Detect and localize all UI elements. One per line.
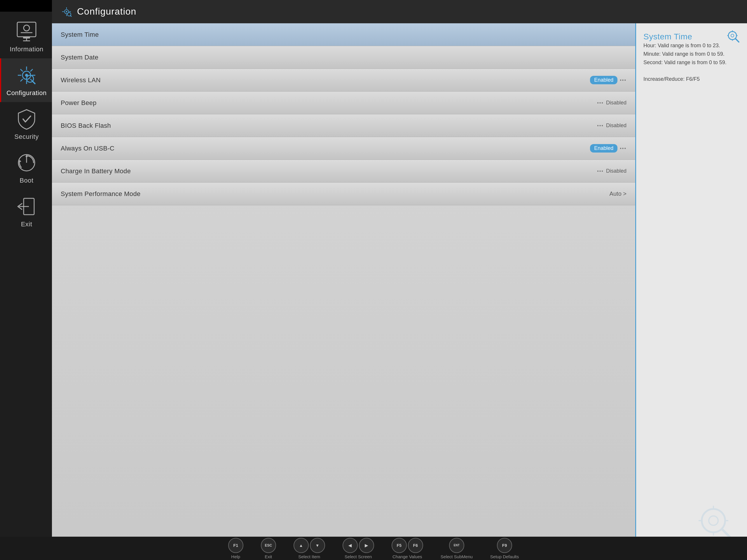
f9-icon: F9 xyxy=(497,538,512,553)
information-icon xyxy=(15,20,38,43)
sidebar-item-exit[interactable]: Exit xyxy=(0,190,52,233)
always-on-usbc-badge: Enabled xyxy=(590,144,617,153)
svg-line-17 xyxy=(33,81,35,84)
svg-point-38 xyxy=(709,516,718,525)
bottom-key-esc: ESC Exit xyxy=(261,538,276,559)
svg-rect-3 xyxy=(23,37,30,38)
bios-back-flash-badge: Disabled xyxy=(606,123,626,129)
svg-line-14 xyxy=(30,69,33,72)
svg-point-31 xyxy=(731,34,734,37)
header: Configuration xyxy=(52,0,747,23)
f1-icon: F1 xyxy=(228,538,243,553)
bios-back-flash-value: ••• Disabled xyxy=(597,123,626,129)
bios-back-flash-dots: ••• xyxy=(597,123,604,128)
wireless-lan-dots: ••• xyxy=(620,78,626,83)
svg-rect-0 xyxy=(17,22,36,37)
security-icon xyxy=(15,107,38,131)
power-beep-badge: Disabled xyxy=(606,100,626,106)
help-line2: Minute: Valid range is from 0 to 59. xyxy=(643,50,740,58)
svg-line-32 xyxy=(735,38,739,42)
charge-battery-value: ••• Disabled xyxy=(597,168,626,174)
bottom-key-f5f6: F5 F6 Change Values xyxy=(392,538,423,559)
sidebar-item-information[interactable]: Information xyxy=(0,15,52,58)
boot-icon xyxy=(15,151,38,175)
sidebar-item-configuration[interactable]: Configuration xyxy=(0,58,52,102)
bottom-key-f1: F1 Help xyxy=(228,538,243,559)
sidebar-item-security[interactable]: Security xyxy=(0,102,52,146)
sidebar-label-information: Information xyxy=(10,46,44,53)
always-on-usbc-value: Enabled ••• xyxy=(590,144,626,153)
help-line1: Hour: Valid range is from 0 to 23. xyxy=(643,42,740,50)
bottom-key-enter: ENT Select SubMenu xyxy=(441,538,473,559)
always-on-usbc-dots: ••• xyxy=(620,146,626,151)
svg-line-12 xyxy=(20,69,23,72)
charge-battery-dots: ••• xyxy=(597,168,604,174)
svg-point-1 xyxy=(24,25,29,31)
bottom-bar: F1 Help ESC Exit ▲ ▼ Select Item ◀ ▶ Sel… xyxy=(0,537,747,560)
config-row-bios-back-flash[interactable]: BIOS Back Flash ••• Disabled xyxy=(52,114,635,137)
bottom-key-updown: ▲ ▼ Select Item xyxy=(293,538,325,559)
config-row-always-on-usbc[interactable]: Always On USB-C Enabled ••• xyxy=(52,137,635,160)
f5f6-label: Change Values xyxy=(392,554,422,559)
sidebar-label-exit: Exit xyxy=(21,220,32,228)
bottom-key-leftright: ◀ ▶ Select Screen xyxy=(342,538,374,559)
charge-battery-badge: Disabled xyxy=(606,168,626,174)
bios-back-flash-label: BIOS Back Flash xyxy=(61,122,111,130)
wireless-lan-label: Wireless LAN xyxy=(61,76,101,84)
f1-label: Help xyxy=(231,554,240,559)
bottom-key-f9: F9 Setup Defaults xyxy=(490,538,519,559)
f5-icon: F5 xyxy=(392,538,407,553)
header-config-icon xyxy=(61,6,72,18)
exit-icon xyxy=(15,195,38,218)
help-panel: System Time Hour: Valid range is from 0 … xyxy=(636,23,747,560)
system-time-label: System Time xyxy=(61,31,99,38)
wireless-lan-value: Enabled ••• xyxy=(590,76,626,84)
svg-line-15 xyxy=(20,79,23,81)
svg-line-29 xyxy=(70,16,72,17)
up-icon: ▲ xyxy=(293,538,309,553)
system-performance-value: Auto > xyxy=(610,190,626,197)
config-row-charge-battery[interactable]: Charge In Battery Mode ••• Disabled xyxy=(52,160,635,183)
svg-point-23 xyxy=(66,11,68,12)
wireless-lan-badge: Enabled xyxy=(590,76,617,84)
content-area: System Time System Date Wireless LAN Ena… xyxy=(52,23,747,560)
config-row-system-performance[interactable]: System Performance Mode Auto > xyxy=(52,183,635,205)
right-icon: ▶ xyxy=(359,538,374,553)
esc-label: Exit xyxy=(265,554,272,559)
help-content: Hour: Valid range is from 0 to 23. Minut… xyxy=(643,42,740,83)
system-date-label: System Date xyxy=(61,54,98,61)
header-title: Configuration xyxy=(77,6,136,17)
help-line4: Increase/Reduce: F6/F5 xyxy=(643,75,740,83)
power-beep-label: Power Beep xyxy=(61,99,97,107)
config-row-power-beep[interactable]: Power Beep ••• Disabled xyxy=(52,91,635,114)
sidebar-item-boot[interactable]: Boot xyxy=(0,146,52,190)
charge-battery-label: Charge In Battery Mode xyxy=(61,167,131,175)
sidebar-label-configuration: Configuration xyxy=(6,89,46,97)
left-icon: ◀ xyxy=(342,538,358,553)
configuration-icon xyxy=(15,63,38,87)
config-row-wireless-lan[interactable]: Wireless LAN Enabled ••• xyxy=(52,69,635,91)
help-panel-icon xyxy=(726,29,741,44)
enter-label: Select SubMenu xyxy=(441,554,473,559)
sidebar-label-security: Security xyxy=(14,133,38,140)
power-beep-dots: ••• xyxy=(597,100,604,106)
updown-label: Select Item xyxy=(298,554,320,559)
power-beep-value: ••• Disabled xyxy=(597,100,626,106)
help-line3: Second: Valid range is from 0 to 59. xyxy=(643,58,740,67)
system-performance-label: System Performance Mode xyxy=(61,190,140,198)
leftright-label: Select Screen xyxy=(344,554,372,559)
config-row-system-date[interactable]: System Date xyxy=(52,46,635,69)
system-performance-arrow: Auto > xyxy=(610,190,626,197)
config-row-system-time[interactable]: System Time xyxy=(52,23,635,46)
f9-label: Setup Defaults xyxy=(490,554,519,559)
sidebar-label-boot: Boot xyxy=(20,177,33,184)
esc-icon: ESC xyxy=(261,538,276,553)
help-title: System Time xyxy=(643,32,692,41)
f6-icon: F6 xyxy=(408,538,423,553)
down-icon: ▼ xyxy=(310,538,325,553)
always-on-usbc-label: Always On USB-C xyxy=(61,145,114,152)
updown-icons: ▲ ▼ xyxy=(293,538,325,553)
enter-icon: ENT xyxy=(449,538,464,553)
config-list: System Time System Date Wireless LAN Ena… xyxy=(52,23,636,560)
leftright-icons: ◀ ▶ xyxy=(342,538,374,553)
